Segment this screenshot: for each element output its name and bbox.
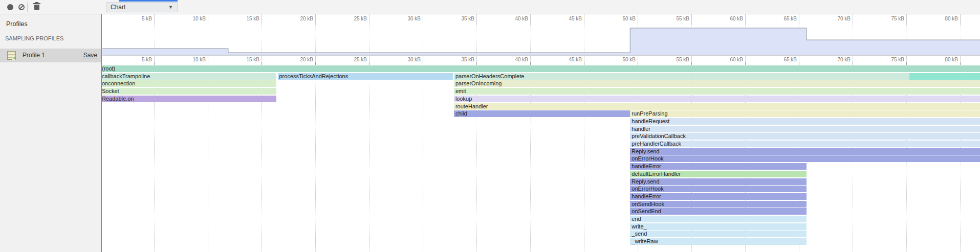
ruler-tick <box>208 14 208 24</box>
overview-bottom-border <box>102 55 980 56</box>
flame-bar-_writeRaw[interactable]: _writeRaw <box>630 238 806 245</box>
sidebar-title: Profiles <box>6 20 28 28</box>
ruler-label: 20 kB <box>280 16 313 21</box>
ruler-tick <box>584 14 584 24</box>
ruler-tick <box>369 14 369 24</box>
ruler-label: 40 kB <box>495 57 528 62</box>
chart-view-select[interactable]: Chart ▼ <box>106 2 178 12</box>
ruler-label: 30 kB <box>388 57 421 62</box>
flame-bar-callbackTrampoline[interactable]: callbackTrampoline <box>102 73 276 80</box>
ruler-tick <box>584 62 584 65</box>
ruler-tick <box>154 62 155 65</box>
flame-bar-handler[interactable]: handler <box>630 126 980 132</box>
percent-glyph: % <box>12 56 15 60</box>
sidebar-item-profile-1[interactable]: % Profile 1 Save <box>0 49 101 62</box>
ruler-tick <box>853 14 853 24</box>
ruler-label: 25 kB <box>334 57 367 62</box>
gridline <box>262 24 262 252</box>
ruler-label: 15 kB <box>227 57 259 62</box>
flame-bar-(root)[interactable]: (root) <box>102 65 980 72</box>
ruler-tick <box>638 14 638 24</box>
ruler-tick <box>691 62 692 65</box>
ruler-label: 65 kB <box>764 16 797 21</box>
flame-bar-parserOnHeadersComplete[interactable]: parserOnHeadersComplete <box>454 73 909 80</box>
delete-profile-button[interactable] <box>31 0 43 14</box>
flame-bar-routeHandler[interactable]: routeHandler <box>454 103 980 110</box>
ruler-label: 50 kB <box>603 16 636 21</box>
ruler-tick <box>745 14 746 24</box>
ruler-tick <box>315 62 316 65</box>
save-link[interactable]: Save <box>83 52 97 59</box>
ruler-label: 20 kB <box>280 57 313 62</box>
flame-chart-pane: 5 kB10 kB15 kB20 kB25 kB30 kB35 kB40 kB4… <box>102 14 980 252</box>
clear-icon <box>18 4 25 10</box>
ruler-label: 10 kB <box>173 16 206 21</box>
ruler-label: 55 kB <box>657 16 689 21</box>
flame-bar-handleError[interactable]: handleError <box>630 163 806 170</box>
flame-bar-emit[interactable]: emit <box>454 88 980 95</box>
ruler-label: 40 kB <box>495 16 528 21</box>
ruler-label: 45 kB <box>549 16 582 21</box>
ruler-label: 70 kB <box>818 16 851 21</box>
ruler-tick <box>691 14 692 24</box>
flame-bar-Reply.send[interactable]: Reply.send <box>630 148 980 155</box>
flame-bar-lookup[interactable]: lookup <box>454 96 980 102</box>
flame-bar-parserOnIncoming[interactable]: parserOnIncoming <box>454 80 980 87</box>
flame-bar-onSendEnd[interactable]: onSendEnd <box>630 208 806 215</box>
gridline <box>530 24 531 252</box>
flame-bar-runPreParsing[interactable]: runPreParsing <box>630 110 980 117</box>
flame-bar-onconnection[interactable]: onconnection <box>102 80 276 87</box>
flame-bar-preValidationCallback[interactable]: preValidationCallback <box>630 133 980 140</box>
ruler-label: 80 kB <box>925 57 958 62</box>
ruler-label: 80 kB <box>925 16 958 21</box>
flame-bar-end[interactable]: end <box>630 216 806 222</box>
chart-view-select-value: Chart <box>111 4 125 11</box>
toolbar-separator <box>27 3 28 12</box>
flame-bar-write_[interactable]: write_ <box>630 223 806 230</box>
flame-bar-onErrorHook[interactable]: onErrorHook <box>630 155 980 162</box>
flame-bar-handleError[interactable]: handleError <box>630 193 806 200</box>
ruler-label: 60 kB <box>710 16 743 21</box>
ruler-tick <box>154 14 155 24</box>
profile-name: Profile 1 <box>23 52 45 59</box>
overview-pane[interactable] <box>102 24 980 55</box>
ruler-tick <box>262 14 262 24</box>
flame-bar-onErrorHook[interactable]: onErrorHook <box>630 186 806 192</box>
flame-bar-preHandlerCallback[interactable]: preHandlerCallback <box>630 141 980 147</box>
flame-bar-defaultErrorHandler[interactable]: defaultErrorHandler <box>630 171 806 177</box>
ruler-tick <box>906 14 907 24</box>
ruler-label: 45 kB <box>549 57 582 62</box>
ruler-label: 70 kB <box>818 57 851 62</box>
flame-bar-Readable.on[interactable]: Readable.on <box>102 96 276 102</box>
ruler-label: 35 kB <box>442 16 474 21</box>
flame-bar-_send[interactable]: _send <box>630 231 806 237</box>
ruler-label: 15 kB <box>227 16 259 21</box>
toolbar: Chart ▼ <box>0 0 980 14</box>
flame-bar-Socket[interactable]: Socket <box>102 88 276 95</box>
flame-bar-unlabeled[interactable] <box>909 73 980 80</box>
flame-bar-processTicksAndRejections[interactable]: processTicksAndRejections <box>278 73 453 80</box>
ruler-label: 50 kB <box>603 57 636 62</box>
heap-profiler-panel: Chart ▼ Profiles SAMPLING PROFILES % Pro… <box>0 0 980 252</box>
ruler-tick <box>423 62 423 65</box>
flame-bar-Reply.send[interactable]: Reply.send <box>630 178 806 185</box>
ruler-label: 30 kB <box>388 16 421 21</box>
ruler-tick <box>262 62 262 65</box>
flame-bar-child[interactable]: child <box>454 110 630 117</box>
ruler-tick <box>476 62 477 65</box>
clear-button[interactable] <box>15 0 28 14</box>
record-button[interactable] <box>4 0 16 14</box>
ruler-label: 5 kB <box>119 16 152 21</box>
sampling-profiles-section-header: SAMPLING PROFILES <box>5 35 63 41</box>
ruler-label: 75 kB <box>872 16 904 21</box>
flame-bar-handleRequest[interactable]: handleRequest <box>630 118 980 125</box>
ruler-label: 35 kB <box>442 57 474 62</box>
gridline <box>154 24 155 252</box>
gridline <box>208 24 208 252</box>
ruler-label: 55 kB <box>657 57 689 62</box>
overview-silhouette <box>102 24 980 55</box>
ruler-label: 25 kB <box>334 16 367 21</box>
flame-bar-onSendHook[interactable]: onSendHook <box>630 201 806 208</box>
chevron-down-icon: ▼ <box>168 3 173 12</box>
gridline <box>369 24 369 252</box>
